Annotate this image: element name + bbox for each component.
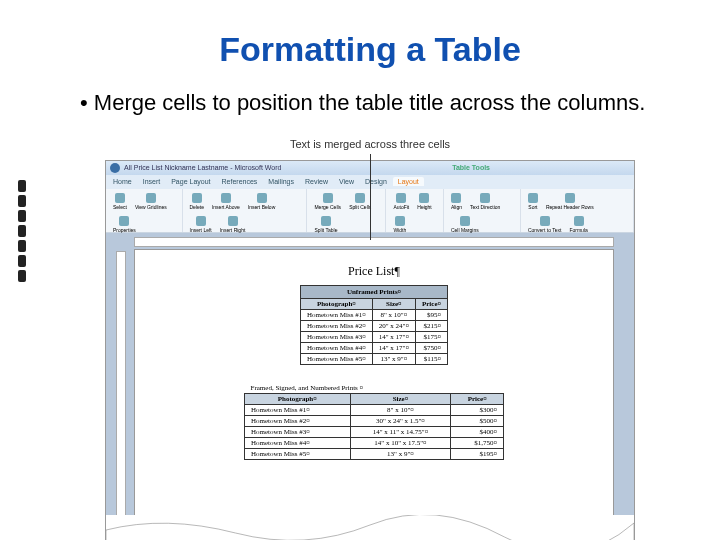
insert-left-icon xyxy=(196,216,206,226)
section-title: Framed, Signed, and Numbered Prints ¤ xyxy=(245,383,504,394)
tab-references[interactable]: References xyxy=(217,177,263,186)
ribbon-group-table: SelectView GridlinesPropertiesTable xyxy=(106,189,183,232)
tab-layout[interactable]: Layout xyxy=(393,177,424,186)
ribbon-button-view-gridlines[interactable]: View Gridlines xyxy=(132,191,170,212)
sort-icon xyxy=(528,193,538,203)
properties-icon xyxy=(119,216,129,226)
insert-right-icon xyxy=(228,216,238,226)
split-table-icon xyxy=(321,216,331,226)
callout-line xyxy=(370,154,371,240)
table-header[interactable]: Price¤ xyxy=(451,393,504,404)
tab-view[interactable]: View xyxy=(334,177,359,186)
ribbon-button-sort[interactable]: Sort xyxy=(525,191,541,212)
table-unframed[interactable]: Unframed Prints¤Photograph¤Size¤Price¤Ho… xyxy=(300,285,448,365)
page: Price List¶ Unframed Prints¤Photograph¤S… xyxy=(134,249,614,540)
insert-below-icon xyxy=(257,193,267,203)
table-row[interactable]: Hometown Miss #2¤20" x 24"¤$215¤ xyxy=(301,320,448,331)
table-row[interactable]: Hometown Miss #4¤14" x 10" x 17.5"¤$1,75… xyxy=(245,437,504,448)
ribbon-button-align[interactable]: Align xyxy=(448,191,465,212)
tab-mailings[interactable]: Mailings xyxy=(263,177,299,186)
ribbon-button-formula[interactable]: Formula xyxy=(566,214,590,235)
table-header[interactable]: Size¤ xyxy=(350,393,451,404)
ribbon-button-label: AutoFit xyxy=(393,204,409,210)
window-title: All Price List Nickname Lastname - Micro… xyxy=(124,164,452,171)
ribbon-button-insert-left[interactable]: Insert Left xyxy=(187,214,215,235)
split-cells-icon xyxy=(355,193,365,203)
tab-design[interactable]: Design xyxy=(360,177,392,186)
ribbon-button-insert-below[interactable]: Insert Below xyxy=(245,191,279,212)
ribbon-button-delete[interactable]: Delete xyxy=(187,191,207,212)
ribbon-button-text-direction[interactable]: Text Direction xyxy=(467,191,503,212)
ribbon-button-cell-margins[interactable]: Cell Margins xyxy=(448,214,482,235)
ribbon-button-label: Text Direction xyxy=(470,204,500,210)
ribbon-button-label: Height xyxy=(417,204,431,210)
autofit-icon xyxy=(396,193,406,203)
ribbon-button-label: Insert Above xyxy=(212,204,240,210)
ribbon-button-label: Sort xyxy=(528,204,537,210)
select-icon xyxy=(115,193,125,203)
convert-to-text-icon xyxy=(540,216,550,226)
delete-icon xyxy=(192,193,202,203)
table-row[interactable]: Hometown Miss #3¤14" x 11" x 14.75"¤$400… xyxy=(245,426,504,437)
ribbon-button-height[interactable]: Height xyxy=(414,191,434,212)
table-header[interactable]: Photograph¤ xyxy=(301,298,373,309)
merged-title-cell[interactable]: Unframed Prints¤ xyxy=(301,285,448,298)
table-row[interactable]: Hometown Miss #3¤14" x 17"¤$175¤ xyxy=(301,331,448,342)
tab-review[interactable]: Review xyxy=(300,177,333,186)
tab-insert[interactable]: Insert xyxy=(138,177,166,186)
ribbon-button-split-table[interactable]: Split Table xyxy=(311,214,340,235)
table-framed[interactable]: Framed, Signed, and Numbered Prints ¤Pho… xyxy=(175,383,573,460)
formula-icon xyxy=(574,216,584,226)
slide: Formatting a Table • Merge cells to posi… xyxy=(0,0,720,540)
ribbon-button-label: Select xyxy=(113,204,127,210)
ribbon-group-cell-size: AutoFitHeightWidthCell Size xyxy=(386,189,444,232)
ribbon-button-label: Split Cells xyxy=(349,204,371,210)
torn-page-edge xyxy=(106,515,634,540)
contextual-tab-label: Table Tools xyxy=(452,164,490,171)
ribbon-button-insert-right[interactable]: Insert Right xyxy=(217,214,249,235)
ribbon-group-merge: Merge CellsSplit CellsSplit TableMerge xyxy=(307,189,386,232)
ribbon-button-label: Align xyxy=(451,204,462,210)
table-header[interactable]: Price¤ xyxy=(415,298,447,309)
ribbon-button-insert-above[interactable]: Insert Above xyxy=(209,191,243,212)
ribbon-button-label: View Gridlines xyxy=(135,204,167,210)
slide-bullet: • Merge cells to position the table titl… xyxy=(80,89,660,118)
figure-caption: Text is merged across three cells xyxy=(105,138,635,150)
doc-heading: Price List¶ xyxy=(175,264,573,279)
ribbon-button-autofit[interactable]: AutoFit xyxy=(390,191,412,212)
table-row[interactable]: Hometown Miss #1¤8" x 10"¤$95¤ xyxy=(301,309,448,320)
ribbon-group-rows-columns: DeleteInsert AboveInsert BelowInsert Lef… xyxy=(183,189,308,232)
height-icon xyxy=(419,193,429,203)
cell-margins-icon xyxy=(460,216,470,226)
table-row[interactable]: Hometown Miss #5¤13" x 9"¤$115¤ xyxy=(301,353,448,364)
ribbon-button-label: Insert Below xyxy=(248,204,276,210)
vertical-ruler xyxy=(116,251,126,540)
align-icon xyxy=(451,193,461,203)
bullet-text: Merge cells to position the table title … xyxy=(94,90,646,115)
ribbon-button-repeat-header-rows[interactable]: Repeat Header Rows xyxy=(543,191,597,212)
table-row[interactable]: Hometown Miss #1¤8" x 10"¤$300¤ xyxy=(245,404,504,415)
ribbon-button-width[interactable]: Width xyxy=(390,214,409,235)
table-row[interactable]: Hometown Miss #5¤13" x 9"¤$195¤ xyxy=(245,448,504,459)
figure: Text is merged across three cells All Pr… xyxy=(105,138,635,540)
tab-home[interactable]: Home xyxy=(108,177,137,186)
ribbon-button-label: Delete xyxy=(190,204,204,210)
table-row[interactable]: Hometown Miss #4¤14" x 17"¤$750¤ xyxy=(301,342,448,353)
ribbon-button-properties[interactable]: Properties xyxy=(110,214,139,235)
table-header[interactable]: Photograph¤ xyxy=(245,393,351,404)
table-row[interactable]: Hometown Miss #2¤30" x 24" x 1.5"¤$500¤ xyxy=(245,415,504,426)
ribbon-button-label: Merge Cells xyxy=(314,204,341,210)
ribbon-button-select[interactable]: Select xyxy=(110,191,130,212)
ribbon-group-alignment: AlignText DirectionCell MarginsAlignment xyxy=(444,189,521,232)
office-button-icon[interactable] xyxy=(110,163,120,173)
table-header[interactable]: Size¤ xyxy=(372,298,415,309)
insert-above-icon xyxy=(221,193,231,203)
text-direction-icon xyxy=(480,193,490,203)
merge-cells-icon xyxy=(323,193,333,203)
tab-page-layout[interactable]: Page Layout xyxy=(166,177,215,186)
repeat-header-rows-icon xyxy=(565,193,575,203)
horizontal-ruler xyxy=(134,237,614,247)
ribbon-button-convert-to-text[interactable]: Convert to Text xyxy=(525,214,565,235)
ribbon-button-merge-cells[interactable]: Merge Cells xyxy=(311,191,344,212)
ribbon-button-label: Repeat Header Rows xyxy=(546,204,594,210)
